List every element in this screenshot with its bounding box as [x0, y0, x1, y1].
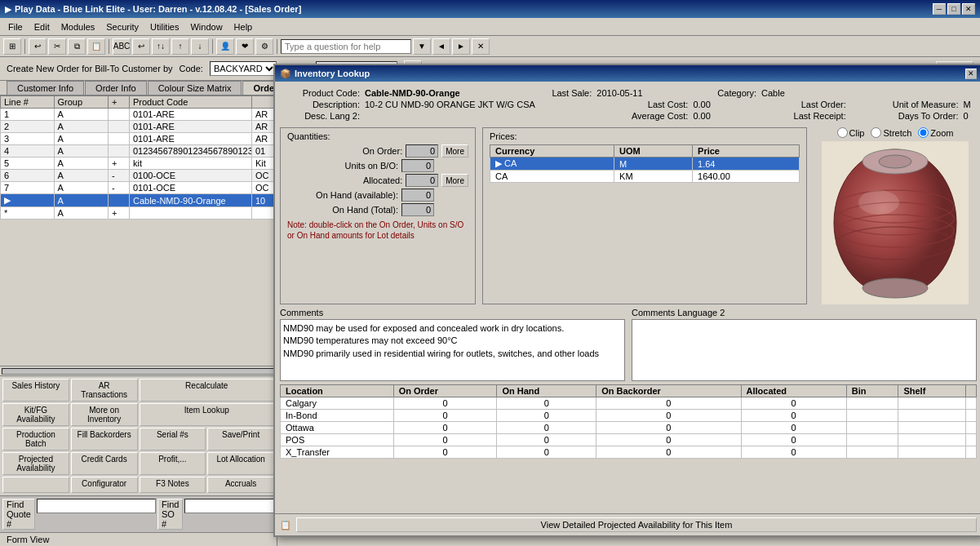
location-row[interactable]: Calgary 0 0 0 0 [281, 397, 977, 410]
save-print-btn[interactable]: Save/Print [207, 428, 274, 451]
zoom-radio-label[interactable]: Zoom [918, 127, 953, 138]
table-row[interactable]: 1 A 0101-ARE AR [1, 109, 277, 121]
ar-transactions-btn[interactable]: AR Transactions [71, 379, 138, 402]
menu-window[interactable]: Window [185, 20, 227, 33]
title-bar-controls[interactable]: ─ □ ✕ [933, 3, 975, 15]
location-section: Location On Order On Hand On Backorder A… [280, 384, 977, 508]
f3-notes-btn[interactable]: F3 Notes [140, 477, 206, 493]
toolbar-btn-13[interactable]: ⚙ [255, 38, 273, 55]
toolbar-btn-6[interactable]: ABC [113, 38, 131, 55]
toolbar-search-btn[interactable]: ▼ [413, 38, 431, 55]
maximize-btn[interactable]: □ [947, 3, 960, 15]
order-table-container[interactable]: Line # Group + Product Code 1 A 0101-A [0, 95, 277, 366]
lot-allocation-btn[interactable]: Lot Allocation [207, 452, 274, 475]
zoom-radio[interactable] [918, 127, 929, 138]
recalculate-btn[interactable]: Recalculate [140, 379, 275, 402]
cell-group: A [54, 158, 109, 170]
minimize-btn[interactable]: ─ [933, 3, 946, 15]
menu-edit[interactable]: Edit [29, 20, 55, 33]
location-row[interactable]: In-Bond 0 0 0 0 [281, 410, 977, 422]
projected-avail-btn[interactable]: Projected Availability [2, 452, 69, 475]
category-value: Cable [761, 88, 849, 98]
product-image [822, 141, 969, 304]
table-row[interactable]: 3 A 0101-ARE AR [1, 133, 277, 145]
code-select[interactable]: BACKYARD [210, 61, 277, 76]
h-scrollbar[interactable] [2, 368, 275, 375]
table-row[interactable]: 7 A - 0101-OCE OC [1, 182, 277, 194]
table-row[interactable]: 6 A - 0100-OCE OC [1, 170, 277, 182]
help-search-input[interactable] [281, 39, 411, 54]
dialog-close-btn[interactable]: ✕ [965, 69, 977, 79]
toolbar-btn-11[interactable]: 👤 [216, 38, 234, 55]
tab-colour-size[interactable]: Colour Size Matrix [148, 81, 242, 95]
toolbar-forward-btn[interactable]: ► [452, 38, 470, 55]
stretch-radio[interactable] [871, 127, 881, 138]
table-row[interactable]: 5 A + kit Kit [1, 158, 277, 170]
tab-order-info[interactable]: Order Info [85, 81, 147, 95]
cell-product-new [130, 207, 252, 220]
menu-modules[interactable]: Modules [56, 20, 100, 33]
on-order-more-btn[interactable]: More [441, 144, 468, 158]
loc-scroll [966, 397, 977, 410]
menu-security[interactable]: Security [101, 20, 144, 33]
configurator-btn[interactable]: Configurator [71, 477, 138, 493]
clip-radio-label[interactable]: Clip [837, 127, 865, 138]
menu-file[interactable]: File [3, 20, 28, 33]
find-so-label[interactable]: Find SO # [157, 499, 183, 530]
profit-btn[interactable]: Profit,... [140, 452, 206, 475]
tab-customer-info[interactable]: Customer Info [7, 81, 84, 95]
cell-group: A [54, 109, 109, 121]
loc-shelf [898, 422, 966, 434]
price-uom: KM [614, 171, 693, 183]
close-btn[interactable]: ✕ [962, 3, 975, 15]
toolbar-btn-7[interactable]: ↩ [132, 38, 150, 55]
dialog-title: 📦 Inventory Lookup [280, 69, 370, 79]
toolbar-btn-2[interactable]: ↩ [29, 38, 47, 55]
comments-lang2-box[interactable] [632, 319, 977, 381]
accruals-btn[interactable]: Accruals [207, 477, 274, 493]
clip-radio[interactable] [837, 127, 848, 138]
stretch-radio-label[interactable]: Stretch [871, 127, 911, 138]
comments-box[interactable]: NMD90 may be used for exposed and concea… [280, 319, 625, 381]
location-row[interactable]: POS 0 0 0 0 [281, 434, 977, 446]
serial-btn[interactable]: Serial #s [140, 428, 206, 451]
toolbar-btn-4[interactable]: ⧉ [68, 38, 86, 55]
table-row[interactable]: 2 A 0101-ARE AR [1, 121, 277, 133]
more-inventory-btn[interactable]: More on Inventory [71, 403, 138, 426]
cell-plus [109, 121, 130, 133]
toolbar-back-btn[interactable]: ◄ [432, 38, 450, 55]
cell-new-marker: * [1, 207, 55, 220]
cell-group-new: A [54, 207, 109, 220]
location-row[interactable]: X_Transfer 0 0 0 0 [281, 446, 977, 459]
fill-backorders-btn[interactable]: Fill Backorders [71, 428, 138, 451]
production-batch-btn[interactable]: Production Batch [2, 428, 69, 451]
menu-utilities[interactable]: Utilities [145, 20, 184, 33]
item-lookup-btn[interactable]: Item Lookup [140, 403, 275, 426]
toolbar-btn-12[interactable]: ❤ [236, 38, 254, 55]
allocated-value: 0 [406, 174, 438, 187]
credit-cards-btn[interactable]: Credit Cards [71, 452, 138, 475]
location-table-container[interactable]: Location On Order On Hand On Backorder A… [280, 384, 977, 508]
find-quote-label[interactable]: Find Quote # [2, 499, 35, 530]
toolbar-btn-8[interactable]: ↑↓ [152, 38, 170, 55]
toolbar-btn-5[interactable]: 📋 [87, 38, 105, 55]
menu-help[interactable]: Help [229, 20, 258, 33]
cable-spool-svg [822, 141, 969, 304]
view-projected-btn[interactable]: View Detailed Projected Availability for… [296, 517, 977, 532]
allocated-more-btn[interactable]: More [441, 174, 468, 187]
table-row[interactable]: ▶ A Cable-NMD-90-Orange 10 [1, 194, 277, 207]
table-row[interactable]: 4 A 01234567890123456789012345 01 [1, 145, 277, 158]
kit-fg-btn[interactable]: Kit/FG Availability [2, 403, 69, 426]
location-row[interactable]: Ottawa 0 0 0 0 [281, 422, 977, 434]
price-row[interactable]: CA KM 1640.00 [490, 171, 800, 183]
toolbar-btn-9[interactable]: ↑ [171, 38, 189, 55]
sales-history-btn[interactable]: Sales History [2, 379, 69, 402]
window-close-btn[interactable]: ✕ [472, 38, 490, 55]
price-row[interactable]: ▶ CA M 1.64 [490, 158, 800, 171]
toolbar-btn-1[interactable]: ⊞ [3, 38, 21, 55]
toolbar-btn-10[interactable]: ↓ [191, 38, 209, 55]
table-row-new[interactable]: * A + [1, 207, 277, 220]
find-quote-input[interactable] [37, 499, 156, 513]
svg-point-8 [862, 278, 928, 298]
toolbar-btn-3[interactable]: ✂ [48, 38, 66, 55]
